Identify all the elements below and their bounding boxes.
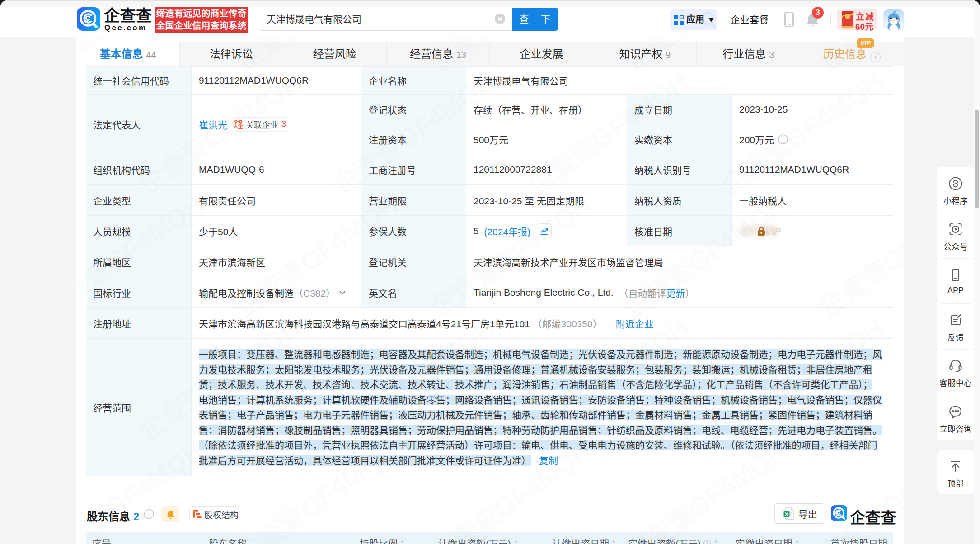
svg-text:i: i xyxy=(148,511,150,518)
svg-text:企: 企 xyxy=(238,123,244,129)
svg-text:i: i xyxy=(706,542,708,544)
svg-text:i: i xyxy=(782,136,784,143)
